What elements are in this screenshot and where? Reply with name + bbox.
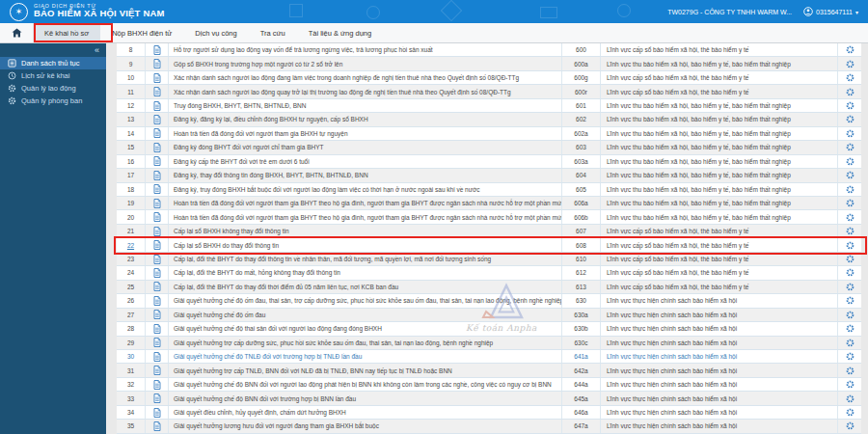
sidebar-item-lich-su-ke-khai[interactable]: Lịch sử kê khai (0, 69, 106, 82)
row-declare-button[interactable] (146, 183, 169, 196)
row-process-button[interactable] (838, 337, 861, 349)
row-declare-button[interactable] (146, 127, 169, 140)
table-row[interactable]: 27 Giải quyết hưởng chế độ ốm đau 630a L… (117, 309, 861, 322)
row-number[interactable]: 35 (117, 420, 146, 432)
row-number[interactable]: 11 (117, 85, 146, 97)
row-declare-button[interactable] (146, 406, 169, 419)
row-process-button[interactable] (838, 225, 861, 237)
nav-item-ke-khai-ho-so[interactable]: Kê khai hồ sơ (33, 23, 100, 42)
account-menu[interactable]: 0315647111 ▾ (803, 7, 858, 16)
row-process-button[interactable] (838, 155, 861, 168)
row-process-button[interactable] (838, 169, 861, 181)
row-number[interactable]: 30 (117, 350, 146, 363)
row-declare-button[interactable] (146, 266, 169, 279)
row-process-button[interactable] (838, 99, 861, 112)
row-process-button[interactable] (838, 197, 861, 209)
row-declare-button[interactable] (146, 238, 169, 251)
nav-item-nop-bhxh-dien-tu[interactable]: Nộp BHXH điện tử (100, 23, 183, 42)
row-declare-button[interactable] (146, 309, 169, 321)
table-row[interactable]: 16 Đăng ký cấp thẻ BHYT đối với trẻ em d… (117, 155, 861, 169)
row-number[interactable]: 17 (117, 169, 146, 181)
row-declare-button[interactable] (146, 294, 169, 307)
row-process-button[interactable] (838, 127, 861, 140)
row-declare-button[interactable] (146, 337, 169, 349)
table-row[interactable]: 30 Giải quyết hưởng chế độ TNLĐ đối với … (117, 350, 861, 364)
row-process-button[interactable] (838, 350, 861, 363)
table-row[interactable]: 10 Xác nhận danh sách người lao động đan… (117, 71, 861, 85)
row-process-button[interactable] (838, 392, 861, 404)
row-number[interactable]: 18 (117, 183, 146, 196)
row-process-button[interactable] (838, 183, 861, 196)
row-declare-button[interactable] (146, 57, 169, 69)
nav-item-tai-lieu-ung-dung[interactable]: Tài liệu & ứng dụng (297, 23, 383, 42)
row-declare-button[interactable] (146, 281, 169, 293)
table-row[interactable]: 31 Giải quyết hưởng trợ cấp TNLĐ, BNN đố… (117, 364, 861, 377)
row-declare-button[interactable] (146, 225, 169, 237)
table-row[interactable]: 11 Xác nhận danh sách người lao động qua… (117, 85, 861, 98)
row-number[interactable]: 26 (117, 294, 146, 307)
row-number[interactable]: 33 (117, 392, 146, 404)
row-process-button[interactable] (838, 85, 861, 97)
row-declare-button[interactable] (146, 85, 169, 97)
row-number[interactable]: 32 (117, 378, 146, 391)
table-row[interactable]: 13 Đăng ký, đăng ký lại, điều chỉnh đóng… (117, 113, 861, 126)
table-row[interactable]: 20 Hoàn trả tiền đã đóng đối với người t… (117, 210, 861, 224)
table-row[interactable]: 33 Giải quyết hưởng chế độ BNN đối với t… (117, 392, 861, 405)
table-row[interactable]: 17 Đăng ký, thay đổi thông tin đóng BHXH… (117, 169, 861, 182)
row-process-button[interactable] (838, 43, 861, 56)
row-process-button[interactable] (838, 141, 861, 153)
home-button[interactable] (0, 23, 33, 42)
table-row[interactable]: 24 Cấp lại, đổi thẻ BHYT do mất, hỏng kh… (117, 266, 861, 280)
row-declare-button[interactable] (146, 155, 169, 168)
table-row[interactable]: 23 Cấp lại, đổi thẻ BHYT do thay đổi thô… (117, 253, 861, 266)
row-number[interactable]: 15 (117, 141, 146, 153)
sidebar-item-danh-sach-thu-tuc[interactable]: Danh sách thủ tục (0, 57, 106, 69)
row-process-button[interactable] (838, 378, 861, 391)
table-row[interactable]: 9 Gộp sổ BHXH trong trường hợp một người… (117, 57, 861, 70)
row-declare-button[interactable] (146, 392, 169, 404)
row-declare-button[interactable] (146, 420, 169, 432)
row-number[interactable]: 9 (117, 57, 146, 69)
table-row[interactable]: 8 Hỗ trợ người sử dụng lao động vay vốn … (117, 43, 861, 57)
row-process-button[interactable] (838, 266, 861, 279)
row-number[interactable]: 31 (117, 364, 146, 376)
row-process-button[interactable] (838, 294, 861, 307)
row-number[interactable]: 27 (117, 309, 146, 321)
row-declare-button[interactable] (146, 141, 169, 153)
row-declare-button[interactable] (146, 364, 169, 376)
row-process-button[interactable] (838, 420, 861, 432)
row-number[interactable]: 14 (117, 127, 146, 140)
row-process-button[interactable] (838, 253, 861, 265)
row-declare-button[interactable] (146, 378, 169, 391)
row-number[interactable]: 21 (117, 225, 146, 237)
row-process-button[interactable] (838, 406, 861, 419)
row-declare-button[interactable] (146, 197, 169, 209)
row-process-button[interactable] (838, 364, 861, 376)
row-process-button[interactable] (838, 322, 861, 335)
row-declare-button[interactable] (146, 350, 169, 363)
row-declare-button[interactable] (146, 43, 169, 56)
row-number[interactable]: 13 (117, 113, 146, 125)
row-number[interactable]: 22 (117, 238, 146, 251)
row-declare-button[interactable] (146, 322, 169, 335)
table-row[interactable]: 18 Đăng ký, truy đóng BHXH bắt buộc đối … (117, 183, 861, 197)
row-number[interactable]: 20 (117, 210, 146, 223)
table-row[interactable]: 22 Cấp lại sổ BHXH do thay đổi thông tin… (117, 238, 861, 252)
table-row[interactable]: 32 Giải quyết hưởng chế độ BNN đối với n… (117, 378, 861, 392)
row-number[interactable]: 29 (117, 337, 146, 349)
row-declare-button[interactable] (146, 253, 169, 265)
row-process-button[interactable] (838, 113, 861, 125)
table-row[interactable]: 26 Giải quyết hưởng chế độ ốm đau, thai … (117, 294, 861, 308)
table-row[interactable]: 29 Giải quyết hưởng trợ cấp dưỡng sức, p… (117, 337, 861, 350)
row-process-button[interactable] (838, 309, 861, 321)
nav-item-tra-cuu[interactable]: Tra cứu (249, 23, 297, 42)
table-row[interactable]: 19 Hoàn trả tiền đã đóng đối với người t… (117, 197, 861, 210)
row-declare-button[interactable] (146, 99, 169, 112)
row-number[interactable]: 12 (117, 99, 146, 112)
row-process-button[interactable] (838, 57, 861, 69)
table-row[interactable]: 25 Cấp lại, đổi thẻ BHYT do thay đổi thờ… (117, 281, 861, 294)
table-row[interactable]: 12 Truy đóng BHXH, BHYT, BHTN, BHTNLĐ, B… (117, 99, 861, 113)
table-row[interactable]: 28 Giải quyết hưởng chế độ thai sản đối … (117, 322, 861, 336)
row-process-button[interactable] (838, 238, 861, 251)
row-number[interactable]: 16 (117, 155, 146, 168)
